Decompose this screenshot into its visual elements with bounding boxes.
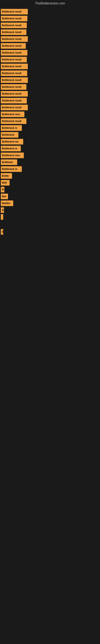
bottleneck-bar: Bottleneck resu xyxy=(1,112,24,117)
bar-label: Bott xyxy=(2,181,7,184)
bar-row: Bottleneck result xyxy=(0,43,100,49)
bar-label: Bottlenec xyxy=(2,161,13,164)
bar-row: Bottleneck resu xyxy=(0,152,100,158)
bar-row xyxy=(0,221,100,228)
bottleneck-bar: Bottleneck result xyxy=(1,77,28,83)
bottleneck-bar: Bottleneck result xyxy=(1,43,26,49)
bottleneck-bar: Bott xyxy=(1,180,10,186)
bar-row xyxy=(0,236,100,243)
bar-row: Bottleneck xyxy=(0,132,100,138)
bar-row: Bottleneck re xyxy=(0,146,100,151)
bar-row: Bottleneck result xyxy=(0,30,100,35)
bar-row: Bottlen xyxy=(0,200,100,206)
bar-row: Bottleneck result xyxy=(0,105,100,110)
bar-label: Bottleneck result xyxy=(2,24,21,27)
bar-row: Bottleneck result xyxy=(0,64,100,69)
bottleneck-bar: Bottleneck re xyxy=(1,166,22,172)
bar-row: Bottleneck result xyxy=(0,57,100,62)
bar-row: Bottleneck resu xyxy=(0,112,100,117)
bottleneck-bar: Bottleneck result xyxy=(1,36,28,42)
bar-row: Bott xyxy=(0,180,100,186)
bottleneck-bar: Bottleneck res xyxy=(1,139,23,144)
bar-label: Bottleneck re xyxy=(2,147,17,150)
bar-label: Bottleneck resu xyxy=(2,113,20,116)
site-title: TheBottlenecker.com xyxy=(35,2,65,5)
bottleneck-bar: Bottleneck result xyxy=(1,57,27,62)
bar-row: Bottleneck result xyxy=(0,50,100,56)
bottleneck-bar: Bottleneck result xyxy=(1,118,26,124)
bottleneck-bar: Bottleneck result xyxy=(1,16,27,21)
bar-label: Bottleneck result xyxy=(2,31,21,34)
bar-row: Bottleneck result xyxy=(0,9,100,14)
bar-row: Bottleneck re xyxy=(0,166,100,172)
bar-row: Bottleneck result xyxy=(0,22,100,28)
bar-row: B xyxy=(0,207,100,213)
bottleneck-bar: B xyxy=(1,229,3,235)
bar-label: Bot xyxy=(2,195,6,198)
bar-row: Bottlenec xyxy=(0,160,100,165)
bar-label: Bottleneck result xyxy=(2,72,21,75)
bar-label: Bottleneck result xyxy=(2,44,21,47)
page-title: TheBottlenecker.com xyxy=(0,0,100,7)
bottleneck-bar: Bottleneck result xyxy=(1,30,26,35)
bottleneck-bar: Bottleneck result xyxy=(1,64,28,69)
bar-label: B xyxy=(2,230,3,233)
bar-row xyxy=(0,214,100,220)
bar-label: Bottleneck res xyxy=(2,140,19,143)
bottleneck-bar: Bottlen xyxy=(1,200,13,206)
bar-row: Bottleneck result xyxy=(0,98,100,104)
bar-row xyxy=(0,252,100,259)
bar-label: B xyxy=(2,209,4,212)
bar-label: Bottleneck result xyxy=(2,92,21,95)
bar-label: Bottleneck result xyxy=(2,65,21,68)
bar-label: Bottleneck re xyxy=(2,168,17,170)
bar-row: Bottleneck result xyxy=(0,91,100,96)
bottleneck-bar: Bottleneck result xyxy=(1,9,28,14)
bar-row: Bottleneck result xyxy=(0,84,100,90)
bottleneck-bar: Bottleneck re xyxy=(1,125,22,131)
bar-row: Bottleneck re xyxy=(0,125,100,131)
bar-label: Bottleneck resu xyxy=(2,154,20,157)
bar-row xyxy=(0,244,100,251)
bottleneck-bar: Bottleneck result xyxy=(1,105,28,110)
bottleneck-bar: Bottleneck result xyxy=(1,70,27,76)
bar-label: B xyxy=(2,188,4,191)
bar-row: B xyxy=(0,229,100,235)
bottleneck-bar: Bottleneck result xyxy=(1,98,27,104)
bottleneck-bar xyxy=(1,214,3,220)
bar-row: Bottle xyxy=(0,173,100,179)
bottleneck-bar: Bottleneck xyxy=(1,132,18,138)
bar-label: Bottleneck result xyxy=(2,106,21,109)
bar-row: Bottleneck result xyxy=(0,70,100,76)
bar-label: Bottleneck result xyxy=(2,10,21,13)
bottleneck-bar: Bot xyxy=(1,194,8,199)
bottleneck-bar: Bottleneck result xyxy=(1,22,27,28)
bottleneck-bar: B xyxy=(1,187,4,192)
bar-row: Bottleneck result xyxy=(0,77,100,83)
bar-row: Bot xyxy=(0,194,100,199)
bar-label: Bottleneck result xyxy=(2,79,21,82)
bar-label: Bottleneck result xyxy=(2,38,21,40)
bottleneck-bar: Bottleneck re xyxy=(1,146,21,151)
bar-label: Bottleneck result xyxy=(2,17,21,20)
bottleneck-bar: Bottleneck resu xyxy=(1,152,24,158)
bar-label: Bottlen xyxy=(2,202,10,205)
bottleneck-bar: B xyxy=(1,207,4,213)
bottleneck-bar: Bottle xyxy=(1,173,12,179)
bar-row: Bottleneck result xyxy=(0,16,100,21)
bottleneck-bar: Bottleneck result xyxy=(1,84,26,90)
bottleneck-bar: Bottleneck result xyxy=(1,50,27,56)
bar-row: Bottleneck res xyxy=(0,139,100,144)
bar-row: B xyxy=(0,187,100,192)
bar-label: Bottleneck result xyxy=(2,51,21,54)
bar-label: Bottleneck result xyxy=(2,120,21,122)
bar-label: Bottleneck result xyxy=(2,86,21,88)
bottleneck-bar: Bottleneck result xyxy=(1,91,28,96)
bar-row: Bottleneck result xyxy=(0,118,100,124)
bar-label: Bottleneck re xyxy=(2,126,17,130)
bar-label: Bottleneck result xyxy=(2,99,21,102)
chart-area: Bottleneck resultBottleneck resultBottle… xyxy=(0,7,100,261)
bar-label: Bottle xyxy=(2,174,9,177)
bar-row: Bottleneck result xyxy=(0,36,100,42)
bar-label: Bottleneck result xyxy=(2,58,21,61)
